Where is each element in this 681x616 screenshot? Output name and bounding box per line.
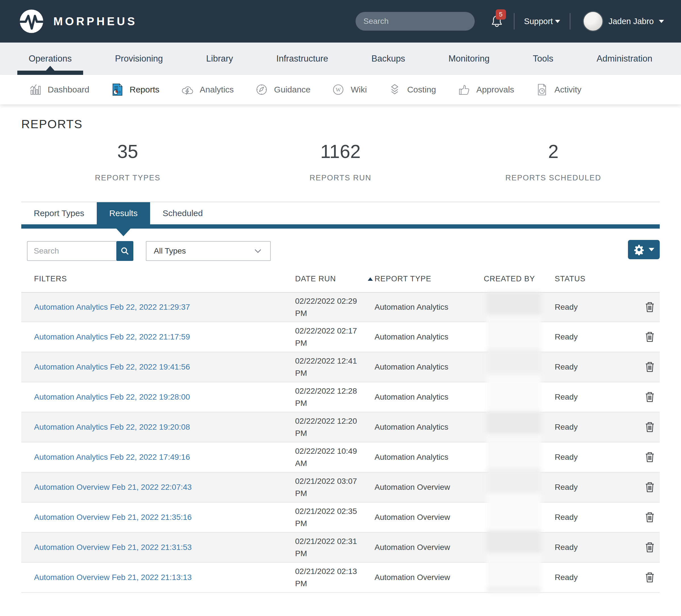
header-divider bbox=[514, 13, 514, 29]
main-nav-item-monitoring[interactable]: Monitoring bbox=[447, 43, 491, 75]
main-nav-item-backups[interactable]: Backups bbox=[370, 43, 407, 75]
settings-dropdown-button[interactable] bbox=[628, 240, 660, 259]
approvals-icon bbox=[457, 83, 471, 97]
sub-nav-item-costing[interactable]: Costing bbox=[377, 83, 447, 97]
results-table-header: FILTERS DATE RUN REPORT TYPE CREATED BY … bbox=[21, 272, 660, 292]
sub-nav-item-guidance[interactable]: Guidance bbox=[244, 83, 321, 97]
table-row: Automation Analytics Feb 22, 2022 21:17:… bbox=[21, 322, 660, 352]
date-run-cell: 02/21/2022 02:13 PM bbox=[295, 565, 375, 590]
results-table: FILTERS DATE RUN REPORT TYPE CREATED BY … bbox=[21, 272, 660, 593]
status-cell: Ready bbox=[555, 453, 640, 462]
column-header-report-type[interactable]: REPORT TYPE bbox=[375, 275, 484, 283]
stat-label: REPORTS RUN bbox=[234, 174, 447, 182]
status-cell: Ready bbox=[555, 362, 640, 371]
report-result-link[interactable]: Automation Analytics Feb 22, 2022 19:41:… bbox=[34, 362, 190, 371]
date-run-cell: 02/21/2022 02:31 PM bbox=[295, 535, 375, 560]
main-nav-item-infrastructure[interactable]: Infrastructure bbox=[275, 43, 330, 75]
gear-icon bbox=[633, 244, 645, 255]
report-type-cell: Automation Analytics bbox=[375, 303, 484, 312]
report-result-link[interactable]: Automation Overview Feb 21, 2022 21:13:1… bbox=[34, 573, 192, 582]
delete-icon[interactable] bbox=[645, 392, 655, 403]
support-menu[interactable]: Support bbox=[524, 17, 560, 26]
report-result-link[interactable]: Automation Analytics Feb 22, 2022 21:17:… bbox=[34, 332, 190, 341]
date-run-cell: 02/21/2022 02:35 PM bbox=[295, 505, 375, 530]
main-nav-item-tools[interactable]: Tools bbox=[531, 43, 555, 75]
report-result-link[interactable]: Automation Overview Feb 21, 2022 21:31:5… bbox=[34, 543, 192, 551]
sub-nav-item-dashboard[interactable]: Dashboard bbox=[28, 83, 100, 97]
results-search-button[interactable] bbox=[116, 241, 133, 261]
sub-nav-item-approvals[interactable]: Approvals bbox=[447, 83, 525, 97]
global-search-input[interactable] bbox=[363, 17, 466, 26]
page-title: REPORTS bbox=[21, 118, 660, 131]
tab-scheduled[interactable]: Scheduled bbox=[150, 202, 216, 224]
sub-nav-item-analytics[interactable]: Analytics bbox=[170, 83, 244, 97]
status-cell: Ready bbox=[555, 513, 640, 522]
main-nav-item-provisioning[interactable]: Provisioning bbox=[113, 43, 165, 75]
global-search[interactable] bbox=[356, 12, 475, 31]
column-header-status[interactable]: STATUS bbox=[555, 275, 640, 283]
chevron-down-icon bbox=[555, 20, 560, 23]
reports-icon bbox=[110, 83, 124, 97]
main-nav-item-administration[interactable]: Administration bbox=[595, 43, 654, 75]
sub-nav-item-wiki[interactable]: Wiki bbox=[321, 83, 377, 97]
delete-icon[interactable] bbox=[645, 482, 655, 493]
report-result-link[interactable]: Automation Overview Feb 21, 2022 22:07:4… bbox=[34, 483, 192, 491]
status-cell: Ready bbox=[555, 422, 640, 432]
report-result-link[interactable]: Automation Analytics Feb 22, 2022 19:28:… bbox=[34, 392, 190, 401]
table-row: Automation Overview Feb 21, 2022 21:31:5… bbox=[21, 533, 660, 563]
stat-label: REPORTS SCHEDULED bbox=[447, 174, 660, 182]
report-result-link[interactable]: Automation Overview Feb 21, 2022 21:35:1… bbox=[34, 513, 192, 521]
report-result-link[interactable]: Automation Analytics Feb 22, 2022 19:20:… bbox=[34, 422, 190, 431]
status-cell: Ready bbox=[555, 392, 640, 402]
guidance-icon bbox=[255, 83, 269, 97]
tab-report-types[interactable]: Report Types bbox=[21, 202, 97, 224]
operations-sub-nav: Dashboard Reports Analytics Guidance Wik… bbox=[0, 75, 681, 104]
brand-name: MORPHEUS bbox=[53, 15, 137, 28]
notifications-button[interactable]: 5 bbox=[489, 14, 504, 29]
active-nav-indicator bbox=[17, 71, 83, 75]
sub-nav-item-activity[interactable]: Activity bbox=[525, 83, 592, 97]
status-cell: Ready bbox=[555, 573, 640, 582]
user-menu[interactable]: Jaden Jabro bbox=[583, 11, 664, 31]
morpheus-logo-icon[interactable] bbox=[19, 9, 44, 33]
date-run-cell: 02/22/2022 12:41 PM bbox=[295, 355, 375, 380]
status-cell: Ready bbox=[555, 543, 640, 552]
chevron-down-icon bbox=[649, 248, 654, 251]
stat-value: 2 bbox=[447, 141, 660, 162]
table-row: Automation Analytics Feb 22, 2022 19:28:… bbox=[21, 382, 660, 412]
delete-icon[interactable] bbox=[645, 542, 655, 553]
delete-icon[interactable] bbox=[645, 302, 655, 312]
main-nav-item-library[interactable]: Library bbox=[205, 43, 235, 75]
delete-icon[interactable] bbox=[645, 572, 655, 583]
main-nav-item-operations[interactable]: Operations bbox=[27, 43, 74, 75]
report-type-cell: Automation Analytics bbox=[375, 332, 484, 341]
report-type-cell: Automation Analytics bbox=[375, 453, 484, 462]
report-type-cell: Automation Analytics bbox=[375, 362, 484, 371]
results-search-input[interactable] bbox=[27, 241, 116, 261]
column-header-created-by[interactable]: CREATED BY bbox=[484, 275, 555, 283]
delete-icon[interactable] bbox=[645, 332, 655, 342]
delete-icon[interactable] bbox=[645, 512, 655, 523]
delete-icon[interactable] bbox=[645, 362, 655, 373]
table-row: Automation Analytics Feb 22, 2022 19:41:… bbox=[21, 352, 660, 382]
delete-icon[interactable] bbox=[645, 452, 655, 463]
chevron-down-icon bbox=[253, 246, 263, 256]
column-header-date-run[interactable]: DATE RUN bbox=[295, 275, 375, 283]
active-nav-arrow-icon bbox=[46, 66, 54, 71]
active-tab-bar bbox=[21, 224, 660, 229]
table-row: Automation Analytics Feb 22, 2022 21:29:… bbox=[21, 292, 660, 322]
report-result-link[interactable]: Automation Analytics Feb 22, 2022 17:49:… bbox=[34, 453, 190, 461]
sub-nav-item-reports[interactable]: Reports bbox=[100, 83, 170, 97]
tab-results[interactable]: Results bbox=[97, 202, 150, 224]
report-type-cell: Automation Overview bbox=[375, 573, 484, 582]
report-type-cell: Automation Analytics bbox=[375, 392, 484, 402]
column-header-filters[interactable]: FILTERS bbox=[21, 275, 295, 283]
costing-icon bbox=[388, 83, 402, 97]
delete-icon[interactable] bbox=[645, 422, 655, 433]
table-row: Automation Analytics Feb 22, 2022 17:49:… bbox=[21, 442, 660, 472]
table-row: Automation Analytics Feb 22, 2022 19:20:… bbox=[21, 412, 660, 442]
table-row: Automation Overview Feb 21, 2022 22:07:4… bbox=[21, 472, 660, 503]
stat-block: 1162 REPORTS RUN bbox=[234, 141, 447, 182]
report-result-link[interactable]: Automation Analytics Feb 22, 2022 21:29:… bbox=[34, 303, 190, 311]
type-filter-select[interactable]: All Types bbox=[146, 241, 271, 261]
